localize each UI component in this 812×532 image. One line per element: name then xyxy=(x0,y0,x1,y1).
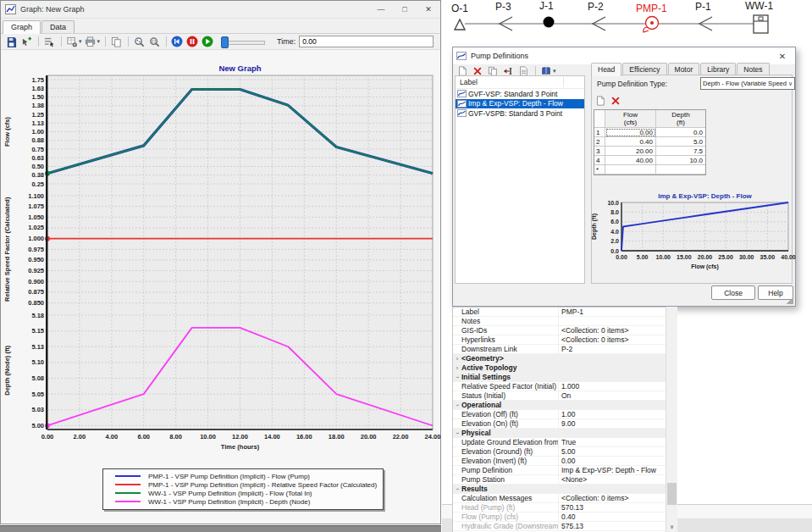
table-cell[interactable] xyxy=(656,165,705,175)
minimize-icon[interactable]: — xyxy=(369,2,393,17)
table-cell[interactable]: 10.0 xyxy=(656,156,705,165)
pump-icon[interactable] xyxy=(644,17,659,33)
graph-window-titlebar[interactable]: Graph: New Graph — □ ✕ xyxy=(1,1,440,19)
close-icon[interactable]: ✕ xyxy=(770,47,795,64)
column-divider[interactable] xyxy=(563,77,564,87)
property-value[interactable]: 575.13 xyxy=(559,522,666,530)
legend-label: WW-1 - VSP Pump Definition (Implicit) - … xyxy=(148,498,310,506)
pump-definition-item[interactable]: Imp & Exp-VSP: Depth - Flow xyxy=(456,99,584,109)
svg-text:4.0: 4.0 xyxy=(610,229,619,235)
property-value[interactable]: 1.00 xyxy=(559,410,666,418)
property-value[interactable]: 1.000 xyxy=(559,382,666,391)
property-section-row[interactable]: ›Operational xyxy=(453,401,666,410)
node-label-ww1[interactable]: WW-1 xyxy=(745,0,773,12)
chevron-down-icon[interactable]: ▾ xyxy=(553,68,556,75)
chevron-icon: › xyxy=(455,376,461,378)
node-label-pmp1[interactable]: PMP-1 xyxy=(636,3,667,14)
svg-text:1.25: 1.25 xyxy=(31,111,44,119)
property-label: Hydraulic Grade (Downstream) (f xyxy=(461,522,559,530)
column-name: Flow xyxy=(623,111,638,119)
list-header[interactable]: Label xyxy=(456,76,584,89)
chevron-down-icon[interactable]: ▾ xyxy=(79,38,82,45)
wet-well-icon[interactable] xyxy=(754,15,768,33)
property-section-row[interactable]: ›Results xyxy=(453,485,666,494)
maximize-icon[interactable]: □ xyxy=(393,2,417,17)
properties-scrollbar[interactable]: ∨ xyxy=(666,307,677,532)
delete-row-icon[interactable] xyxy=(609,95,622,107)
legend-item: PMP-1 - VSP Pump Definition (Implicit) -… xyxy=(103,472,383,480)
outfall-icon[interactable] xyxy=(455,19,465,30)
svg-text:4.00: 4.00 xyxy=(106,433,119,441)
tab-graph[interactable]: Graph xyxy=(3,20,41,34)
property-value[interactable]: 9.00 xyxy=(559,419,666,428)
node-label-j1[interactable]: J-1 xyxy=(539,0,554,12)
property-label: Notes xyxy=(461,317,559,325)
table-cell[interactable]: 5.0 xyxy=(656,137,705,147)
expand-chevron-icon[interactable]: › xyxy=(453,374,461,380)
table-cell[interactable]: 0.40 xyxy=(605,137,656,147)
pump-definition-item[interactable]: GVF-VSP: Standard 3 Point xyxy=(456,89,584,99)
svg-text:16.00: 16.00 xyxy=(296,433,312,441)
property-row: Notes xyxy=(453,317,666,326)
svg-text:24.00: 24.00 xyxy=(425,433,441,441)
scrollbar-thumb[interactable] xyxy=(667,483,677,505)
link-label-p1[interactable]: P-1 xyxy=(695,1,711,13)
table-cell[interactable]: 40.00 xyxy=(605,156,656,165)
property-value[interactable]: 570.13 xyxy=(559,503,666,512)
junction-icon[interactable] xyxy=(544,17,555,28)
property-value[interactable]: PMP-1 xyxy=(559,308,666,316)
pump-definition-type-select[interactable]: Depth - Flow (Variable Speed) (Type ∨ xyxy=(700,77,795,90)
tab-efficiency[interactable]: Efficiency xyxy=(622,63,666,75)
table-cell[interactable] xyxy=(605,165,656,175)
property-section-row[interactable]: ›Active Topology xyxy=(453,363,666,373)
section-label: Operational xyxy=(461,401,501,409)
resize-grip[interactable] xyxy=(787,297,793,304)
tab-data[interactable]: Data xyxy=(41,20,75,33)
property-value[interactable]: 0.40 xyxy=(559,513,666,521)
property-value[interactable]: Imp & Exp-VSP: Depth - Flow xyxy=(559,466,666,474)
svg-text:6.0: 6.0 xyxy=(610,219,619,224)
expand-chevron-icon[interactable]: › xyxy=(453,430,461,436)
close-icon[interactable]: ✕ xyxy=(417,2,440,17)
expand-chevron-icon[interactable]: › xyxy=(453,402,461,408)
chevron-down-icon[interactable]: ▾ xyxy=(97,38,101,45)
scroll-down-icon[interactable]: ∨ xyxy=(666,521,677,532)
new-row-icon[interactable] xyxy=(594,95,607,107)
link-label-p2[interactable]: P-2 xyxy=(588,1,604,13)
svg-text:Depth (ft): Depth (ft) xyxy=(591,213,598,240)
property-value[interactable]: True xyxy=(559,438,666,446)
expand-chevron-icon[interactable]: › xyxy=(453,356,461,362)
property-value[interactable]: <Collection: 0 items> xyxy=(559,335,666,344)
property-value[interactable]: <Collection: 0 items> xyxy=(559,494,666,502)
property-value[interactable]: 5.00 xyxy=(559,447,666,456)
tab-motor[interactable]: Motor xyxy=(668,63,700,75)
tab-head[interactable]: Head xyxy=(591,63,621,76)
link-label-p3[interactable]: P-3 xyxy=(495,1,511,13)
table-cell[interactable]: 0.0 xyxy=(656,128,705,137)
svg-text:0.88: 0.88 xyxy=(31,136,44,144)
property-row: LabelPMP-1 xyxy=(453,308,666,317)
property-value[interactable]: <Collection: 0 items> xyxy=(559,326,666,335)
expand-chevron-icon[interactable]: › xyxy=(453,486,461,492)
table-cell[interactable]: 20.00 xyxy=(605,147,656,156)
table-cell[interactable]: 0.00 xyxy=(605,128,656,137)
property-label: Downstream Link xyxy=(461,345,559,353)
property-value[interactable]: <None> xyxy=(559,475,666,484)
property-value[interactable]: 0.00 xyxy=(559,457,666,465)
node-label-o1[interactable]: O-1 xyxy=(451,3,468,14)
legend-item: WW-1 - VSP Pump Definition (Implicit) - … xyxy=(103,497,383,506)
table-cell[interactable]: 7.5 xyxy=(656,147,705,156)
expand-chevron-icon[interactable]: › xyxy=(453,365,461,371)
tab-notes[interactable]: Notes xyxy=(737,63,769,75)
svg-text:0.00: 0.00 xyxy=(616,254,627,260)
main-chart[interactable]: 0.002.004.006.008.0010.0012.0014.0016.00… xyxy=(1,46,442,467)
property-value[interactable]: On xyxy=(559,391,666,400)
graph-window-bottom-edge xyxy=(0,525,441,532)
pump-definition-item[interactable]: GVF-VSPB: Standard 3 Point xyxy=(456,108,584,119)
property-value[interactable]: P-2 xyxy=(559,345,666,353)
tab-library[interactable]: Library xyxy=(700,63,736,75)
property-section-row[interactable]: ›Physical xyxy=(453,429,666,438)
property-section-row[interactable]: ›Initial Settings xyxy=(453,373,666,382)
close-button[interactable]: Close xyxy=(711,285,755,300)
property-section-row[interactable]: ›<Geometry> xyxy=(453,354,666,363)
